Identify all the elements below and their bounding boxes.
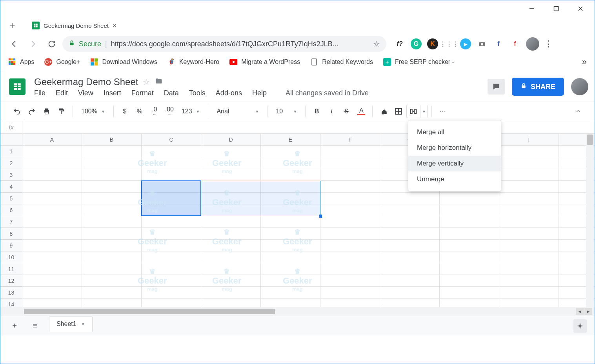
cell[interactable] <box>499 263 559 275</box>
cell[interactable] <box>320 263 380 275</box>
cell[interactable] <box>82 228 142 240</box>
cell[interactable] <box>22 204 82 216</box>
cell[interactable] <box>142 240 201 251</box>
cell[interactable] <box>22 146 82 157</box>
bookmark-serp-checker[interactable]: + Free SERP checker - <box>383 58 454 66</box>
cell[interactable] <box>201 204 261 216</box>
cell[interactable] <box>440 240 499 251</box>
cell[interactable] <box>320 228 380 240</box>
cell[interactable] <box>142 287 201 298</box>
cell[interactable] <box>320 287 380 298</box>
cell[interactable] <box>261 298 320 307</box>
cell[interactable] <box>499 157 559 169</box>
scroll-right-icon[interactable]: ► <box>584 308 592 315</box>
cell[interactable] <box>22 251 82 263</box>
cell[interactable] <box>201 193 261 204</box>
row-header[interactable]: 10 <box>0 251 22 263</box>
spreadsheet-grid[interactable]: ABCDEFGHIJ1234567891011121314 ♛Geekermag… <box>0 134 595 307</box>
cell[interactable] <box>499 204 559 216</box>
cell[interactable] <box>201 169 261 181</box>
cell[interactable] <box>440 216 499 228</box>
cell[interactable] <box>499 287 559 298</box>
profile-avatar[interactable] <box>526 37 539 51</box>
menu-edit[interactable]: Edit <box>56 89 68 97</box>
unmerge-item[interactable]: Unmerge <box>408 171 501 187</box>
save-status[interactable]: All changes saved in Drive <box>286 89 369 97</box>
cell[interactable] <box>499 240 559 251</box>
merge-icon[interactable] <box>407 108 420 115</box>
menu-tools[interactable]: Tools <box>189 89 206 97</box>
cell[interactable] <box>380 287 440 298</box>
cell[interactable] <box>82 240 142 251</box>
share-button[interactable]: SHARE <box>512 78 564 96</box>
ext-k-icon[interactable]: K <box>427 38 438 49</box>
font-selector[interactable]: Arial▼ <box>212 105 263 118</box>
cell[interactable] <box>440 251 499 263</box>
cell[interactable] <box>499 275 559 287</box>
cell[interactable] <box>320 181 380 193</box>
menu-view[interactable]: View <box>78 89 93 97</box>
cell[interactable] <box>261 146 320 157</box>
cell[interactable] <box>320 193 380 204</box>
cell[interactable] <box>440 298 499 307</box>
number-format-selector[interactable]: 123▼ <box>177 105 204 118</box>
ext-download-icon[interactable]: ▸ <box>460 38 471 49</box>
select-all-corner[interactable] <box>0 134 22 146</box>
bookmark-googleplus[interactable]: G+ Google+ <box>44 58 80 66</box>
merge-horizontally-item[interactable]: Merge horizontally <box>408 140 501 156</box>
cell[interactable] <box>380 298 440 307</box>
cell[interactable] <box>201 298 261 307</box>
text-color-button[interactable]: A <box>354 104 368 118</box>
collapse-toolbar-icon[interactable] <box>571 104 585 118</box>
menu-insert[interactable]: Insert <box>104 89 121 97</box>
cell[interactable] <box>261 169 320 181</box>
ext-facebook-icon[interactable]: f <box>493 38 504 49</box>
row-header[interactable]: 6 <box>0 204 22 216</box>
cell[interactable] <box>261 204 320 216</box>
row-header[interactable]: 7 <box>0 216 22 228</box>
scroll-left-icon[interactable]: ◄ <box>576 308 584 315</box>
column-header[interactable]: I <box>499 134 559 146</box>
cell[interactable] <box>201 181 261 193</box>
sheet-tab[interactable]: Sheet1 ▼ <box>49 316 93 332</box>
column-header[interactable]: C <box>142 134 201 146</box>
sheet-tab-caret-icon[interactable]: ▼ <box>81 322 85 326</box>
strikethrough-button[interactable]: S <box>339 104 353 118</box>
cell[interactable] <box>499 181 559 193</box>
cell[interactable] <box>380 228 440 240</box>
cell[interactable] <box>440 228 499 240</box>
bookmark-related-keywords[interactable]: Related Keywords <box>310 58 373 66</box>
cell[interactable] <box>22 228 82 240</box>
cell[interactable] <box>22 298 82 307</box>
explore-button[interactable] <box>573 319 587 333</box>
row-header[interactable]: 8 <box>0 228 22 240</box>
zoom-selector[interactable]: 100%▼ <box>77 105 109 118</box>
cell[interactable] <box>320 216 380 228</box>
row-header[interactable]: 11 <box>0 263 22 275</box>
cell[interactable] <box>499 251 559 263</box>
cell[interactable] <box>22 181 82 193</box>
all-sheets-button[interactable]: ≡ <box>29 320 41 332</box>
row-header[interactable]: 13 <box>0 287 22 298</box>
comments-icon[interactable] <box>488 79 505 95</box>
column-header[interactable]: F <box>320 134 380 146</box>
menu-file[interactable]: File <box>34 89 45 97</box>
cell[interactable] <box>499 146 559 157</box>
cell[interactable] <box>142 251 201 263</box>
cell[interactable] <box>142 169 201 181</box>
cell[interactable] <box>440 193 499 204</box>
ext-f-red-icon[interactable]: f <box>509 38 520 49</box>
percent-button[interactable]: % <box>133 104 147 118</box>
cell[interactable] <box>440 204 499 216</box>
fill-color-button[interactable] <box>377 104 391 118</box>
sheets-logo[interactable] <box>7 76 28 97</box>
cell[interactable] <box>380 251 440 263</box>
new-tab-button[interactable]: + <box>5 18 19 33</box>
cell[interactable] <box>261 240 320 251</box>
horizontal-scrollbar[interactable]: ◄ ► <box>0 307 595 316</box>
cell[interactable] <box>320 169 380 181</box>
cell[interactable] <box>261 275 320 287</box>
cell[interactable] <box>320 204 380 216</box>
browser-tab[interactable]: Geekermag Demo Sheet × <box>26 18 122 33</box>
cell[interactable] <box>261 263 320 275</box>
